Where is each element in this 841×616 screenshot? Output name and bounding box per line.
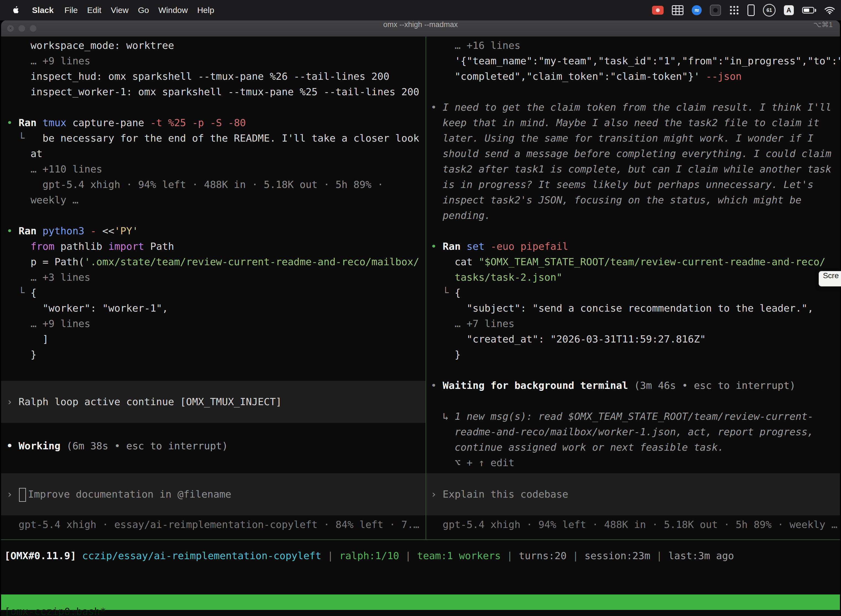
text-segment: << — [103, 225, 114, 236]
text-segment: gpt-5.4 xhigh · 94% left · 488K in · 5.1… — [431, 519, 837, 530]
tmux-status-bar: [omx-cczip0:bash* "MacBook-Pro-44.local"… — [1, 594, 840, 610]
text-segment: '{"team_name":"my-team","task_id":"1","f… — [431, 55, 840, 66]
command-line: cat "$OMX_TEAM_STATE_ROOT/team/review-cu… — [426, 254, 840, 270]
collapsed-lines-indicator: … +3 lines — [1, 270, 425, 285]
config-line: workspace_mode: worktree — [1, 38, 425, 53]
phone-mirroring-icon[interactable] — [747, 4, 755, 16]
text-segment: { — [31, 287, 37, 298]
text-segment: from — [31, 241, 55, 252]
menu-window[interactable]: Window — [154, 6, 193, 15]
tool-output-line: } — [1, 347, 425, 362]
text-segment: › — [431, 488, 442, 500]
text-segment: … +7 lines — [431, 318, 514, 329]
thinking-line: pending. — [426, 208, 840, 223]
text-segment: | — [321, 550, 339, 561]
close-button[interactable] — [7, 25, 14, 32]
collapsed-lines-indicator: … +7 lines — [426, 316, 840, 331]
screenshot-notification[interactable]: Scre — [819, 271, 841, 286]
text-segment: └ — [7, 132, 42, 144]
text-segment: ↳ — [431, 411, 455, 422]
tool-call-line: • Ran set -euo pipefail — [426, 239, 840, 254]
menu-go[interactable]: Go — [133, 6, 154, 15]
tool-output-line: └ be necessary for the end of the README… — [1, 131, 425, 146]
collapsed-lines-indicator: … +9 lines — [1, 316, 425, 331]
prompt-input[interactable]: › Explain this codebase — [426, 473, 840, 515]
text-segment: | — [567, 550, 585, 561]
tool-output-line: "subject": "send a concise recommendatio… — [426, 301, 840, 316]
minimize-button[interactable] — [19, 25, 25, 32]
edit-hint-line: ⌥ + ↑ edit — [426, 455, 840, 471]
collapsed-lines-indicator: … +9 lines — [1, 53, 425, 69]
text-segment: inspect_worker-1: omx sparkshell --tmux-… — [7, 86, 419, 97]
menu-view[interactable]: View — [106, 6, 133, 15]
zoom-button[interactable] — [30, 25, 37, 32]
apple-menu-icon[interactable] — [12, 6, 19, 14]
text-segment: should send a message before completing … — [431, 148, 831, 159]
dots-grid-icon[interactable] — [729, 5, 739, 15]
code-line: p = Path('.omx/state/team/review-current… — [1, 254, 425, 270]
text-segment: • — [431, 380, 442, 391]
tool-output-line: └ { — [426, 285, 840, 301]
menu-file[interactable]: File — [60, 6, 82, 15]
text-segment: (6m 38s • esc to interrupt) — [66, 440, 228, 452]
text-segment: task2 after task1 is complete, but can I… — [431, 163, 831, 175]
text-segment: at — [7, 148, 42, 159]
thinking-line: keep that in mind. Maybe I also need the… — [426, 115, 840, 131]
prompt-input[interactable]: › Improve documentation in @filename — [1, 473, 425, 515]
command-line: '{"team_name":"my-team","task_id":"1","f… — [426, 53, 840, 69]
tmux-session-name: [omx-cczip0:bash* — [4, 606, 106, 616]
text-segment — [431, 271, 455, 283]
text-segment: • — [431, 101, 442, 113]
thinking-line: is in progress? It seems likely but perh… — [426, 177, 840, 192]
battery-icon[interactable] — [802, 7, 816, 13]
blue-app-icon[interactable] — [692, 5, 702, 15]
text-segment: ] — [7, 333, 48, 345]
blank-line — [1, 423, 425, 438]
thinking-line: • I need to get the claim token from the… — [426, 100, 840, 115]
input-source-icon[interactable]: A — [784, 5, 794, 15]
text-segment: set — [467, 241, 491, 252]
menu-help[interactable]: Help — [193, 6, 219, 15]
text-segment: Ran — [19, 225, 42, 236]
text-segment: tmux — [42, 117, 72, 128]
text-segment: '.omx/state/team/review-current-readme-a… — [84, 256, 419, 267]
text-segment: - — [90, 225, 102, 236]
window-titlebar[interactable]: omx --xhigh --madmax ⌥⌘1 — [1, 21, 840, 37]
tool-output-line: "created_at": "2026-03-31T11:59:27.816Z" — [426, 331, 840, 347]
text-segment: } — [7, 349, 37, 360]
window-controls — [7, 25, 37, 32]
thinking-line: should send a message before completing … — [426, 146, 840, 161]
text-segment: I need to get the claim token from the c… — [442, 101, 831, 113]
text-segment: import — [108, 241, 144, 252]
menu-edit[interactable]: Edit — [82, 6, 106, 15]
wifi-icon[interactable] — [825, 6, 835, 14]
window-title: omx --xhigh --madmax — [1, 21, 840, 37]
text-segment: Improve documentation in @filename — [28, 488, 231, 500]
app-menu-title[interactable]: Slack — [32, 6, 54, 15]
text-segment: -euo pipefail — [491, 241, 568, 252]
text-segment: [OMX#0.11.9] — [4, 550, 82, 561]
text-segment: be necessary for the end of the README. … — [42, 132, 419, 144]
battery-percentage-icon[interactable]: 61 — [763, 4, 776, 16]
text-segment: • — [7, 225, 19, 236]
screen-recording-icon[interactable] — [652, 6, 664, 15]
tmux-pane-right[interactable]: … +16 lines '{"team_name":"my-team","tas… — [426, 37, 840, 539]
dark-app-icon[interactable] — [710, 5, 721, 16]
text-segment: Ralph loop active continue [OMX_TMUX_INJ… — [19, 396, 282, 407]
thinking-line: task2 after task1 is complete, but can I… — [426, 161, 840, 177]
text-segment: { — [455, 287, 461, 298]
window-shortcut-hint: ⌥⌘1 — [813, 21, 833, 37]
text-segment: "$OMX_TEAM_STATE_ROOT/team/review-curren… — [478, 256, 825, 267]
text-segment: | — [399, 550, 417, 561]
omx-status-line: [OMX#0.11.9] cczip/essay/ai-reimplementa… — [1, 548, 840, 563]
text-segment: p = Path( — [7, 256, 84, 267]
text-segment: ralph:1/10 — [339, 550, 399, 561]
tmux-pane-left[interactable]: workspace_mode: worktree … +9 lines insp… — [1, 37, 425, 539]
tmux-session: workspace_mode: worktree … +9 lines insp… — [1, 37, 840, 539]
text-segment: └ — [7, 287, 31, 298]
text-segment: -t %25 -p -S -80 — [150, 117, 246, 128]
text-segment: python3 — [42, 225, 90, 236]
text-segment: Waiting for background terminal — [442, 380, 634, 391]
collapsed-lines-indicator: … +16 lines — [426, 38, 840, 53]
grid-app-icon[interactable] — [672, 5, 683, 15]
